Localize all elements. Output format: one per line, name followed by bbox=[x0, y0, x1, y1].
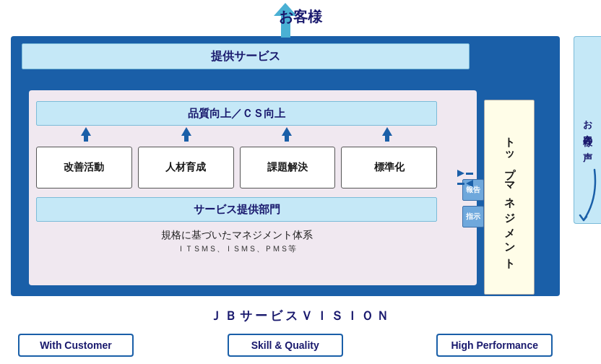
small-arrow-1 bbox=[81, 127, 91, 136]
standard-text: 規格に基づいたマネジメント体系 bbox=[36, 229, 437, 242]
arrow-right-1 bbox=[457, 170, 464, 177]
customer-top-label: お客様 bbox=[279, 7, 322, 27]
standard-sub-text: ＩＴＳＭＳ、ＩＳＭＳ、ＰＭＳ等 bbox=[36, 243, 437, 254]
with-customer-button[interactable]: With Customer bbox=[18, 334, 134, 357]
bottom-buttons-row: With Customer Skill & Quality High Perfo… bbox=[11, 334, 560, 357]
small-arrow-4 bbox=[382, 127, 392, 136]
small-shaft-1 bbox=[84, 136, 88, 142]
top-management-box: トップマネジメント bbox=[484, 100, 535, 295]
main-blue-box: 品質向上／ＣＳ向上 bbox=[11, 36, 560, 296]
page-container: お客様 品質向上／ＣＳ向上 bbox=[0, 0, 601, 364]
service-bar: 提供サービス bbox=[22, 43, 470, 69]
small-arrow-3 bbox=[282, 127, 292, 136]
jb-vision-label: ＪＢサービスＶＩＳＩＯＮ bbox=[209, 308, 392, 324]
horiz-arrows bbox=[457, 170, 473, 187]
small-arrows-row bbox=[36, 130, 437, 142]
activity-boxes-row: 改善活動 人材育成 課題解決 標準化 bbox=[36, 147, 437, 188]
standard-text-block: 規格に基づいたマネジメント体系 ＩＴＳＭＳ、ＩＳＭＳ、ＰＭＳ等 bbox=[36, 229, 437, 254]
shiji-box: 指示 bbox=[462, 206, 484, 228]
high-performance-button[interactable]: High Performance bbox=[436, 334, 553, 357]
curved-arrow-svg bbox=[569, 166, 600, 231]
activity-box-kaizen: 改善活動 bbox=[36, 147, 132, 188]
quality-bar: 品質向上／ＣＳ向上 bbox=[36, 101, 437, 126]
activity-box-hyojunka: 標準化 bbox=[341, 147, 437, 188]
activity-box-kadai: 課題解決 bbox=[240, 147, 336, 188]
small-shaft-3 bbox=[285, 136, 289, 142]
skill-quality-button[interactable]: Skill & Quality bbox=[228, 334, 343, 357]
activity-box-jinzai: 人材育成 bbox=[138, 147, 234, 188]
arrow-left-1 bbox=[466, 180, 473, 187]
inner-content-box: 品質向上／ＣＳ向上 bbox=[29, 90, 477, 285]
small-shaft-2 bbox=[184, 136, 189, 142]
small-arrow-2 bbox=[181, 127, 191, 136]
service-dept-bar: サービス提供部門 bbox=[36, 197, 437, 222]
small-shaft-4 bbox=[385, 136, 389, 142]
